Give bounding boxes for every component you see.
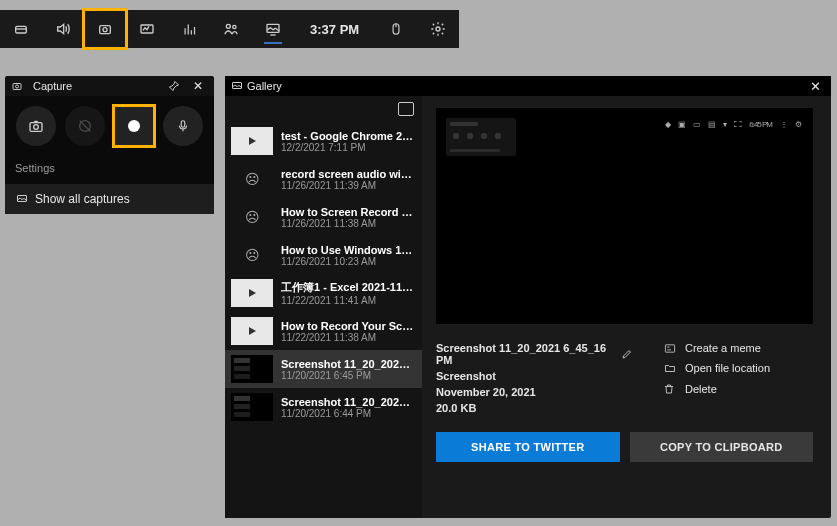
- gallery-tab-icon[interactable]: [252, 10, 294, 48]
- gallery-thumb: [231, 279, 273, 307]
- preview-size: 20.0 KB: [436, 402, 633, 414]
- capture-title-icon: [11, 80, 29, 92]
- preview-image: ◆▣▭▤▾⛶ 6:45 PM ⋮⚙: [436, 108, 813, 324]
- gallery-item[interactable]: 工作簿1 - Excel 2021-11-22 11...11/22/2021 …: [225, 274, 422, 312]
- trash-icon: [663, 382, 677, 396]
- gallery-item-title: How to Screen Record on W...: [281, 206, 416, 218]
- gallery-item-date: 11/26/2021 11:39 AM: [281, 180, 416, 191]
- gallery-close-icon[interactable]: ✕: [805, 79, 825, 94]
- svg-rect-1: [100, 26, 111, 34]
- gallery-item-title: How to Use Windows 10 Buil...: [281, 244, 416, 256]
- mic-button[interactable]: [163, 106, 203, 146]
- open-folder-icon[interactable]: [398, 102, 414, 116]
- svg-rect-14: [182, 121, 186, 127]
- gallery-item[interactable]: ☹record screen audio windo...11/26/2021 …: [225, 160, 422, 198]
- delete-button[interactable]: Delete: [663, 382, 813, 396]
- clock: 3:37 PM: [294, 10, 375, 48]
- resources-icon[interactable]: [168, 10, 210, 48]
- gallery-title-icon: [231, 80, 243, 92]
- settings-gear-icon[interactable]: [417, 10, 459, 48]
- close-icon[interactable]: ✕: [188, 79, 208, 93]
- capture-title-bar: Capture ✕: [5, 76, 214, 96]
- svg-rect-17: [665, 344, 674, 351]
- gallery-list: test - Google Chrome 2021-1...12/2/2021 …: [225, 96, 422, 518]
- gallery-thumb: [231, 317, 273, 345]
- svg-point-8: [436, 27, 440, 31]
- folder-icon: [663, 362, 677, 374]
- performance-icon[interactable]: [126, 10, 168, 48]
- gallery-item-title: record screen audio windo...: [281, 168, 416, 180]
- pin-icon[interactable]: [168, 80, 188, 92]
- gallery-item-date: 11/22/2021 11:41 AM: [281, 295, 416, 306]
- gallery-panel: Gallery ✕ test - Google Chrome 2021-1...…: [225, 76, 831, 518]
- start-record-button[interactable]: [114, 106, 154, 146]
- gallery-item-date: 11/26/2021 11:38 AM: [281, 218, 416, 229]
- gallery-item-title: How to Record Your Screen...: [281, 320, 416, 332]
- gallery-preview: ◆▣▭▤▾⛶ 6:45 PM ⋮⚙ Screenshot 11_20_2021 …: [422, 96, 831, 518]
- gallery-thumb: ☹: [231, 241, 273, 269]
- gallery-item-date: 11/22/2021 11:38 AM: [281, 332, 416, 343]
- meme-icon: [663, 343, 677, 354]
- gallery-item-date: 12/2/2021 7:11 PM: [281, 142, 416, 153]
- gallery-thumb: [231, 127, 273, 155]
- gallery-item-title: test - Google Chrome 2021-1...: [281, 130, 416, 142]
- mouse-icon[interactable]: [375, 10, 417, 48]
- gallery-icon: [15, 193, 29, 205]
- gallery-title-bar: Gallery ✕: [225, 76, 831, 96]
- capture-panel: Capture ✕ Settings Show all captures: [5, 76, 214, 214]
- gallery-title: Gallery: [247, 80, 282, 92]
- create-meme-button[interactable]: Create a meme: [663, 342, 813, 354]
- gallery-item[interactable]: Screenshot 11_20_2021 6_45...11/20/2021 …: [225, 350, 422, 388]
- preview-name: Screenshot 11_20_2021 6_45_16 PM: [436, 342, 613, 366]
- svg-rect-11: [30, 123, 42, 132]
- svg-point-4: [226, 24, 230, 28]
- preview-date: November 20, 2021: [436, 386, 633, 398]
- svg-rect-9: [13, 84, 21, 90]
- gallery-thumb: [231, 355, 273, 383]
- record-last-button[interactable]: [65, 106, 105, 146]
- rename-icon[interactable]: [621, 348, 633, 360]
- gallery-item[interactable]: ☹How to Use Windows 10 Buil...11/26/2021…: [225, 236, 422, 274]
- xbox-game-bar: 3:37 PM: [0, 10, 459, 48]
- screenshot-button[interactable]: [16, 106, 56, 146]
- gallery-item[interactable]: Screenshot 11_20_2021 6_44...11/20/2021 …: [225, 388, 422, 426]
- copy-clipboard-button[interactable]: COPY TO CLIPBOARD: [630, 432, 814, 462]
- share-twitter-button[interactable]: SHARE TO TWITTER: [436, 432, 620, 462]
- gallery-item[interactable]: How to Record Your Screen...11/22/2021 1…: [225, 312, 422, 350]
- xbox-social-icon[interactable]: [210, 10, 252, 48]
- xbox-icon[interactable]: [0, 10, 42, 48]
- show-all-captures-label: Show all captures: [35, 192, 130, 206]
- show-all-captures-button[interactable]: Show all captures: [5, 184, 214, 214]
- svg-point-2: [103, 28, 107, 32]
- record-icon: [128, 120, 140, 132]
- gallery-item-title: 工作簿1 - Excel 2021-11-22 11...: [281, 280, 416, 295]
- svg-rect-0: [16, 26, 27, 33]
- gallery-item[interactable]: ☹How to Screen Record on W...11/26/2021 …: [225, 198, 422, 236]
- capture-title: Capture: [33, 80, 72, 92]
- gallery-item[interactable]: test - Google Chrome 2021-1...12/2/2021 …: [225, 122, 422, 160]
- open-file-location-button[interactable]: Open file location: [663, 362, 813, 374]
- svg-point-5: [233, 25, 236, 28]
- capture-settings-label: Settings: [5, 156, 214, 184]
- preview-type: Screenshot: [436, 370, 633, 382]
- gallery-item-date: 11/20/2021 6:44 PM: [281, 408, 416, 419]
- gallery-thumb: ☹: [231, 165, 273, 193]
- gallery-item-date: 11/26/2021 10:23 AM: [281, 256, 416, 267]
- svg-point-10: [16, 85, 19, 88]
- capture-tab-icon[interactable]: [84, 10, 126, 48]
- gallery-item-title: Screenshot 11_20_2021 6_44...: [281, 396, 416, 408]
- gallery-item-title: Screenshot 11_20_2021 6_45...: [281, 358, 416, 370]
- gallery-thumb: ☹: [231, 203, 273, 231]
- svg-point-12: [33, 125, 38, 130]
- preview-mini-time: 6:45 PM: [749, 120, 772, 129]
- gallery-item-date: 11/20/2021 6:45 PM: [281, 370, 416, 381]
- audio-icon[interactable]: [42, 10, 84, 48]
- gallery-thumb: [231, 393, 273, 421]
